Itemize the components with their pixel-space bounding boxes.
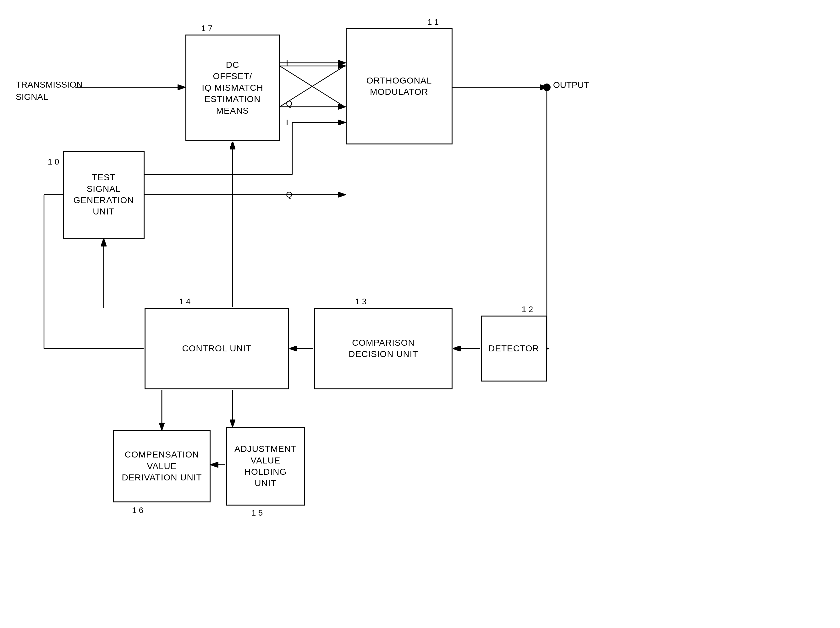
ref-12: 1 2 <box>522 305 533 314</box>
dc-offset-label: DCOFFSET/IQ MISMATCHESTIMATIONMEANS <box>202 59 263 116</box>
adjustment-block: ADJUSTMENTVALUEHOLDINGUNIT <box>226 427 305 505</box>
ref-17: 1 7 <box>201 24 212 33</box>
ref-14: 1 4 <box>179 297 190 307</box>
orthogonal-block: ORTHOGONALMODULATOR <box>346 28 453 145</box>
label-Q-top: Q <box>286 99 292 109</box>
ref-16: 1 6 <box>132 505 143 515</box>
ref-15: 1 5 <box>251 508 263 518</box>
output-label: OUTPUT <box>553 80 589 90</box>
compensation-label: COMPENSATIONVALUEDERIVATION UNIT <box>122 449 202 483</box>
transmission-signal-label: TRANSMISSIONSIGNAL <box>16 79 83 103</box>
detector-label: DETECTOR <box>488 343 539 354</box>
comparison-label: COMPARISONDECISION UNIT <box>349 337 418 360</box>
control-unit-label: CONTROL UNIT <box>182 343 252 354</box>
ref-10: 1 0 <box>48 157 59 167</box>
dc-offset-block: DCOFFSET/IQ MISMATCHESTIMATIONMEANS <box>185 35 280 141</box>
adjustment-label: ADJUSTMENTVALUEHOLDINGUNIT <box>234 443 297 489</box>
test-signal-block: TESTSIGNALGENERATIONUNIT <box>63 151 145 239</box>
ref-11: 1 1 <box>427 17 439 27</box>
diagram: I Q I Q TRANSMISSIONSIGNAL OUTPUT TESTSI… <box>0 0 840 628</box>
test-signal-label: TESTSIGNALGENERATIONUNIT <box>73 172 134 217</box>
compensation-block: COMPENSATIONVALUEDERIVATION UNIT <box>113 430 210 502</box>
label-Q-bot: Q <box>286 190 292 200</box>
label-I-top: I <box>286 58 288 68</box>
detector-block: DETECTOR <box>481 316 547 381</box>
control-unit-block: CONTROL UNIT <box>145 308 289 389</box>
label-I-bot: I <box>286 118 288 127</box>
svg-point-17 <box>543 83 551 91</box>
ref-13: 1 3 <box>355 297 366 307</box>
orthogonal-label: ORTHOGONALMODULATOR <box>366 75 432 98</box>
comparison-block: COMPARISONDECISION UNIT <box>314 308 453 389</box>
